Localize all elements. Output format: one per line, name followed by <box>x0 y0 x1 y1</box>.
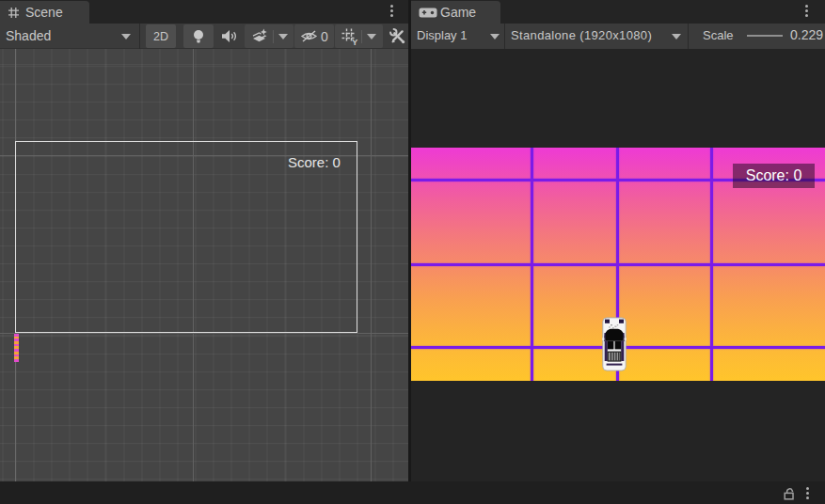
svg-text:Y: Y <box>352 36 358 45</box>
